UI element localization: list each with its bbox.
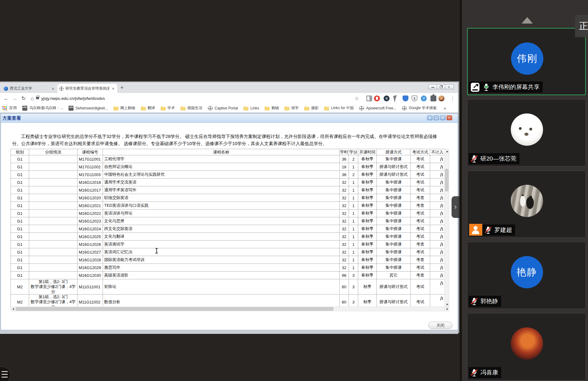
reload-button[interactable]: ↻: [20, 93, 27, 104]
collapse-panel-arrow-icon[interactable]: [522, 17, 533, 24]
tab-close-icon[interactable]: ×: [51, 86, 55, 91]
table-cell: [430, 264, 445, 272]
scroll-right-button[interactable]: [444, 307, 449, 311]
table-cell: 春秋季: [358, 179, 377, 186]
table-cell: 考试: [411, 210, 430, 217]
extensions-puzzle-icon[interactable]: [430, 95, 436, 101]
table-cell: G1: [11, 217, 29, 225]
close-dialog-button[interactable]: 关闭: [428, 322, 452, 329]
table-cell: [430, 171, 445, 179]
table-row[interactable]: G1M16G12022英语演讲与辩论321春秋季集中授课考试: [11, 210, 445, 217]
table-row[interactable]: G1M16G12028国际英语能力考试培训321春秋季集中授课考查: [11, 256, 445, 264]
cursor-extension-icon[interactable]: [393, 95, 398, 103]
table-row[interactable]: G1M17G11001工程伦理学362春秋季集中授课考试: [11, 155, 445, 163]
bookmark-item[interactable]: ulmSehenswürdigkeit...: [69, 106, 108, 111]
table-cell: 春秋季: [358, 233, 377, 241]
participant-tile[interactable]: 罗建超: [467, 171, 586, 238]
table-row[interactable]: G1M16G12029雅思写作321春秋季集中授课考试: [11, 264, 445, 272]
tab-nwpu-home[interactable]: 西北工业大学 ×: [2, 84, 57, 93]
table-row[interactable]: M2第1组，选2- 3门 数学课至少修2门课，4学分M11G11002数值分析6…: [11, 295, 445, 307]
address-bar[interactable]: yjsjy.nwpu.edu.cn/jsfw/jsfw/dssdxs: [41, 93, 105, 104]
tab-graduate-system[interactable]: 研究生教育综合管理系统(教师服 ×: [57, 84, 117, 93]
table-row[interactable]: G1M17G11003中国特色社会主义理论与实践研究362春秋季授课与研讨形式考…: [11, 171, 445, 179]
dialog-minimize-button[interactable]: [434, 115, 439, 120]
bookmark-item[interactable]: 应用: [2, 105, 17, 111]
dialog-collapse-button[interactable]: [427, 115, 433, 120]
meeting-menu-icon[interactable]: [0, 366, 11, 381]
table-row[interactable]: G1M16G12020职场交际英语321春秋季集中授课考查: [11, 194, 445, 202]
table-row[interactable]: G1M16G12016通用学术交流英语321春秋季集中授课考试: [11, 179, 445, 186]
bookmark-item[interactable]: 留学: [284, 105, 299, 111]
participant-tile[interactable]: 伟刚李伟刚的屏幕共享: [467, 28, 586, 95]
panel-expand-handle[interactable]: ›: [452, 196, 459, 218]
table-row[interactable]: G1M16G12030高级英语进阶963春秋季其它考查: [11, 272, 445, 279]
table-row[interactable]: G1M16G12024跨文化交际英语321春秋季集中授课考试: [11, 225, 445, 233]
adblock-icon[interactable]: [374, 95, 380, 101]
mic-muted-icon: [470, 155, 478, 163]
bookmarks-overflow-chevron-icon[interactable]: »: [443, 105, 446, 111]
reader-mode-icon[interactable]: [366, 95, 372, 101]
tab-close-icon[interactable]: ×: [111, 86, 115, 91]
table-row[interactable]: M2第1组，选2- 3门 数学课至少修2门课，4学分M11G11001矩阵论60…: [11, 279, 445, 295]
table-cell: G1: [11, 186, 29, 194]
shield-blue-icon[interactable]: [403, 95, 408, 101]
close-window-button[interactable]: ×: [445, 84, 454, 89]
bookmark-item[interactable]: 学术: [161, 105, 175, 111]
table-cell: 工程伦理学: [103, 155, 340, 163]
back-button[interactable]: ←: [2, 93, 10, 104]
evernote-icon[interactable]: e: [384, 95, 390, 101]
table-cell: G1: [11, 171, 29, 179]
table-row[interactable]: G1M16G12026英语测试学321春秋季集中授课考查: [11, 241, 445, 248]
table-cell: 1: [349, 248, 358, 256]
new-tab-button[interactable]: +: [120, 85, 124, 91]
horizontal-scroll-thumb[interactable]: [16, 307, 333, 311]
table-row[interactable]: G1M17G11002自然辩证法概论181春秋季授课与研讨形式考试: [11, 163, 445, 171]
table-cell: G1: [11, 264, 29, 272]
shield-gray-icon[interactable]: [412, 95, 417, 101]
scroll-left-button[interactable]: [11, 307, 15, 311]
table-row[interactable]: G1M16G12023文化与思辨321春秋季集中授课考试: [11, 217, 445, 225]
bookmark-label: Captive Portal: [215, 106, 238, 110]
minimize-button[interactable]: [428, 84, 437, 89]
home-button[interactable]: ⌂: [29, 93, 36, 104]
table-cell: 授课与研讨形式: [377, 171, 411, 179]
bookmark-item[interactable]: 德国生活: [180, 105, 202, 111]
table-row[interactable]: G1M16G12025文化与翻译321春秋季集中授课考试: [11, 233, 445, 241]
dialog-close-button[interactable]: ×: [447, 115, 452, 120]
bookmark-item[interactable]: 购物: [265, 105, 279, 111]
bookmark-item[interactable]: Links: [243, 106, 259, 110]
participant-name-bar: 冯喜康: [469, 367, 501, 378]
horizontal-scrollbar[interactable]: [11, 307, 449, 311]
bookmark-item[interactable]: Captive Portal: [208, 106, 238, 110]
bookmark-star-icon[interactable]: ☆: [354, 93, 359, 104]
course-table-wrap: 组别分组情况课程编号课程名称学时学分开课时间授课方式考试方式不计入G1M17G1…: [11, 149, 444, 307]
dialog-restore-button[interactable]: [440, 115, 446, 120]
browser-menu-icon[interactable]: ⋮: [450, 95, 456, 101]
bookmark-item[interactable]: 网上购物: [114, 105, 135, 111]
restore-button[interactable]: [437, 84, 445, 89]
v-extension-icon[interactable]: V: [421, 95, 427, 101]
table-row[interactable]: G1M16G12021TED英语演讲与口语实践321春秋季集中授课考查: [11, 202, 445, 210]
scroll-up-button[interactable]: [444, 149, 449, 153]
bookmark-item[interactable]: 翻译: [141, 105, 155, 111]
vertical-scrollbar[interactable]: [444, 149, 449, 307]
bookmark-item[interactable]: ulm乌尔姆/新乌尔姆：...: [22, 105, 63, 111]
bookmark-item[interactable]: 摄影: [304, 105, 318, 111]
participant-tile[interactable]: 研20—张芯莞: [467, 99, 586, 166]
table-cell: 32: [340, 233, 349, 241]
bookmark-item[interactable]: Google 学术搜索: [402, 105, 437, 111]
vertical-scroll-thumb[interactable]: [445, 169, 448, 191]
table-row[interactable]: G1M16G12027英语词汇记忆法321春秋季集中授课考试: [11, 248, 445, 256]
bookmark-item[interactable]: Apowersoft Free...: [359, 106, 396, 110]
forward-button[interactable]: →: [11, 93, 19, 104]
participant-tile[interactable]: 艳静郭艳静: [467, 242, 586, 309]
table-cell: [29, 272, 78, 279]
table-cell: [29, 171, 78, 179]
scroll-down-button[interactable]: [444, 302, 449, 307]
table-row[interactable]: G1M16G12017通用学术英语写作321春秋季集中授课考试: [11, 186, 445, 194]
participant-tile[interactable]: 冯喜康: [467, 313, 586, 380]
profile-avatar-icon[interactable]: [439, 95, 444, 101]
table-cell: G1: [11, 210, 29, 217]
bookmark-item[interactable]: Links for 中国: [324, 105, 354, 111]
table-cell: 考试: [411, 179, 430, 186]
